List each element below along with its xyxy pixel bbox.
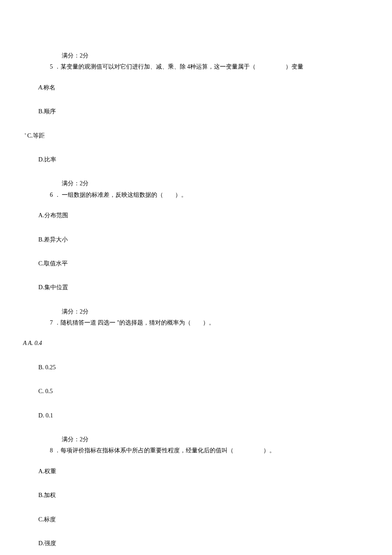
q8-option-c: C.标度 [0,515,392,524]
q8-text: 8 ．每项评价指标在指标体系中所占的重要性程度，经量化后的值叫（）。 [0,446,392,455]
q5-number: 5 [50,63,53,70]
q8-option-d: D.强度 [0,539,392,548]
q8-number: 8 [50,447,53,454]
q7-option-a: A A. 0.4 [0,339,392,348]
q7-number: 7 [50,319,53,326]
q5-option-c: ' C.等距 [0,131,392,141]
q7-text: 7 ．随机猜答一道 四选一 "的选择题，猜对的概率为（ ）。 [0,318,392,328]
q6-number: 6 [50,192,53,198]
q5-score: 满分：2分 [0,51,392,60]
q7-score: 满分：2分 [0,307,392,316]
q8-option-a: A.权重 [0,467,392,476]
q8-text-part2: ）。 [263,447,275,454]
q7-text-content: ．随机猜答一道 四选一 "的选择题，猜对的概率为（ ）。 [55,319,215,326]
q5-option-c-prefix: ' [25,132,26,139]
q7-option-c: C. 0.5 [0,387,392,396]
q7-option-d: D. 0.1 [0,411,392,420]
q5-text-part2: ）变量 [285,63,303,70]
q7-option-b: B. 0.25 [0,363,392,372]
q8-text-part1: ．每项评价指标在指标体系中所占的重要性程度，经量化后的值叫（ [55,447,233,454]
q6-text-content: ． 一组数据的标准差，反映这组数据的（ ）。 [55,192,187,198]
q6-text: 6 ． 一组数据的标准差，反映这组数据的（ ）。 [0,190,392,200]
q5-option-c-text: C.等距 [27,132,45,139]
q8-option-b: B.加权 [0,491,392,500]
q6-option-a: A.分布范围 [0,211,392,220]
q5-option-b: B.顺序 [0,107,392,116]
q5-option-d: D.比率 [0,155,392,164]
q5-option-a-text: 称名 [43,84,55,91]
q5-option-a: A.称名 [0,83,392,92]
q6-option-c: C.取值水平 [0,259,392,268]
q5-text-part1: ．某变量的观测值可以对它们进行加、减、乘、除 4种运算，这一变量属于（ [55,63,256,70]
q6-option-d: D.集中位置 [0,283,392,292]
q7-option-a-text: A. 0.4 [28,340,42,346]
q8-score: 满分：2分 [0,435,392,444]
q5-text: 5 ．某变量的观测值可以对它们进行加、减、乘、除 4种运算，这一变量属于（）变量 [0,62,392,72]
q7-option-a-prefix: A [23,340,26,346]
q6-option-b: B.差异大小 [0,235,392,244]
q6-score: 满分：2分 [0,179,392,188]
